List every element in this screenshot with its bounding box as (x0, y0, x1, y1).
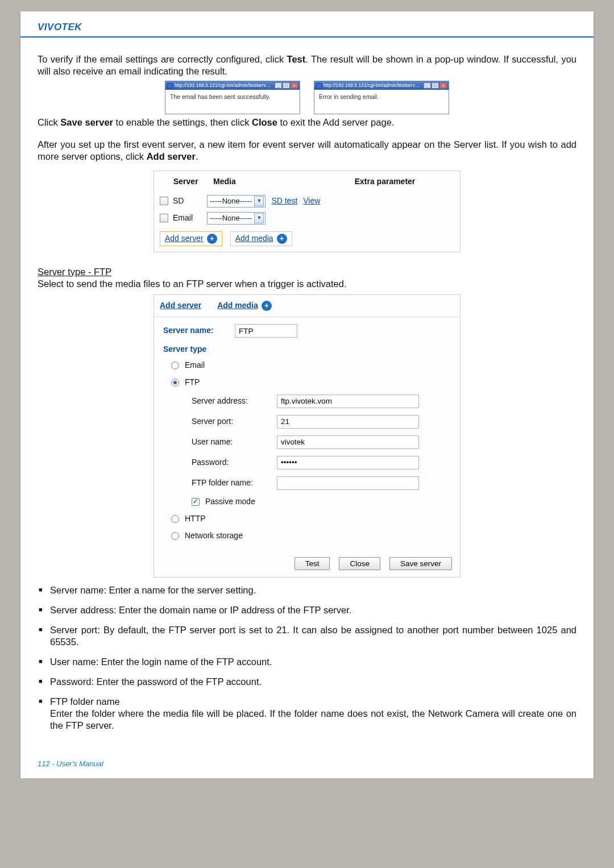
ie-icon (167, 83, 173, 89)
col-server: Server (173, 177, 213, 187)
server-address-input[interactable] (277, 394, 419, 408)
test-button[interactable]: Test (294, 557, 330, 570)
sd-checkbox[interactable] (160, 197, 168, 205)
list-item: Server port: By default, the FTP server … (38, 624, 576, 648)
server-port-label: Server port: (163, 417, 277, 427)
popup-body: Error in sending email. (314, 90, 449, 113)
document-page: VIVOTEK To verify if the email settings … (20, 11, 594, 778)
popup-success: http://192.168.5.121/cgi-bin/admin/tests… (165, 81, 300, 114)
password-label: Password: (163, 458, 277, 468)
page-footer: 112 - User's Manual (20, 744, 594, 768)
maximize-icon[interactable]: □ (432, 82, 439, 89)
password-input[interactable] (277, 456, 419, 470)
maximize-icon[interactable]: □ (283, 82, 290, 89)
popup-url: http://192.168.5.121/cgi-bin/admin/tests… (175, 82, 273, 89)
chevron-down-icon: ▼ (254, 196, 264, 206)
option-email[interactable]: Email (171, 360, 451, 371)
ftp-folder-input[interactable] (277, 476, 419, 490)
row-label: Email (173, 213, 207, 223)
radio-icon (171, 532, 179, 540)
ftp-section-heading: Server type - FTP (38, 266, 576, 278)
option-http[interactable]: HTTP (171, 514, 451, 524)
col-media: Media (213, 177, 316, 187)
add-media-tab[interactable]: Add media (217, 301, 258, 311)
plus-icon: + (207, 234, 217, 244)
save-server-button[interactable]: Save server (389, 557, 452, 570)
page-header: VIVOTEK (20, 11, 594, 38)
table-row: Email -----None----- ▼ (154, 210, 460, 227)
chevron-down-icon: ▼ (254, 213, 264, 223)
email-checkbox[interactable] (160, 214, 168, 222)
list-item: FTP folder name Enter the folder where t… (38, 696, 576, 732)
radio-icon (171, 515, 179, 523)
popup-titlebar: http://192.168.5.121/cgi-bin/admin/tests… (165, 81, 300, 90)
ftp-button-row: Test Close Save server (154, 555, 460, 577)
server-address-label: Server address: (163, 396, 277, 406)
ftp-tabs: Add server Add media + (154, 295, 460, 317)
radio-icon (171, 362, 179, 369)
add-server-button[interactable]: Add server + (160, 231, 222, 246)
option-network-storage[interactable]: Network storage (171, 531, 451, 541)
close-icon[interactable]: × (439, 82, 447, 89)
list-item: User name: Enter the login name of the F… (38, 656, 576, 668)
media-select-email[interactable]: -----None----- ▼ (207, 212, 265, 225)
plus-icon: + (277, 234, 287, 244)
popup-url: http://192.168.5.121/cgi-bin/admin/tests… (323, 82, 422, 89)
plus-icon: + (262, 301, 272, 311)
user-name-label: User name: (163, 437, 277, 447)
ie-icon (316, 83, 322, 89)
popup-examples: http://192.168.5.121/cgi-bin/admin/tests… (38, 81, 576, 114)
minimize-icon[interactable]: _ (424, 82, 431, 89)
close-button[interactable]: Close (339, 557, 380, 570)
add-server-tab[interactable]: Add server (160, 301, 201, 311)
server-list-figure: Server Media Extra parameter SD -----Non… (154, 171, 460, 252)
ftp-form: Server name: Server type Email FTP Serve… (154, 317, 460, 554)
window-buttons: _ □ × (275, 82, 298, 89)
option-ftp[interactable]: FTP (171, 377, 451, 388)
view-link[interactable]: View (303, 196, 320, 206)
ftp-config-figure: Add server Add media + Server name: Serv… (154, 294, 460, 577)
save-close-paragraph: Click Save server to enable the settings… (38, 117, 576, 128)
popup-body: The email has been sent successfully. (165, 90, 300, 113)
list-item: Password: Enter the password of the FTP … (38, 676, 576, 688)
row-label: SD (173, 196, 207, 206)
minimize-icon[interactable]: _ (275, 82, 282, 89)
user-name-input[interactable] (277, 435, 419, 449)
server-name-label: Server name: (163, 326, 235, 336)
button-row: Add server + Add media + (154, 227, 460, 246)
radio-icon (171, 379, 179, 387)
list-item: Server address: Enter the domain name or… (38, 604, 576, 616)
ftp-field-descriptions: Server name: Enter a name for the server… (38, 584, 576, 732)
sd-test-link[interactable]: SD test (271, 196, 297, 206)
brand-logo: VIVOTEK (38, 22, 82, 32)
window-buttons: _ □ × (424, 82, 447, 89)
test-keyword: Test (287, 54, 306, 64)
list-item: Server name: Enter a name for the server… (38, 584, 576, 596)
add-media-button[interactable]: Add media + (230, 231, 292, 246)
col-extra: Extra parameter (316, 177, 454, 187)
page-content: To verify if the email settings are corr… (20, 38, 594, 744)
table-header: Server Media Extra parameter (154, 171, 460, 193)
passive-mode-checkbox[interactable] (192, 498, 200, 506)
intro-paragraph: To verify if the email settings are corr… (38, 53, 576, 77)
server-name-input[interactable] (235, 324, 297, 338)
popup-error: http://192.168.5.121/cgi-bin/admin/tests… (314, 81, 449, 114)
server-port-input[interactable] (277, 415, 419, 429)
server-list-paragraph: After you set up the first event server,… (38, 139, 576, 163)
popup-titlebar: http://192.168.5.121/cgi-bin/admin/tests… (314, 81, 449, 90)
media-select-sd[interactable]: -----None----- ▼ (207, 195, 265, 207)
close-icon[interactable]: × (291, 82, 298, 89)
ftp-description: Select to send the media files to an FTP… (38, 278, 576, 290)
passive-mode-label: Passive mode (205, 497, 255, 507)
server-type-label: Server type (163, 344, 451, 355)
ftp-folder-label: FTP folder name: (163, 478, 277, 488)
table-row: SD -----None----- ▼ SD test View (154, 193, 460, 210)
